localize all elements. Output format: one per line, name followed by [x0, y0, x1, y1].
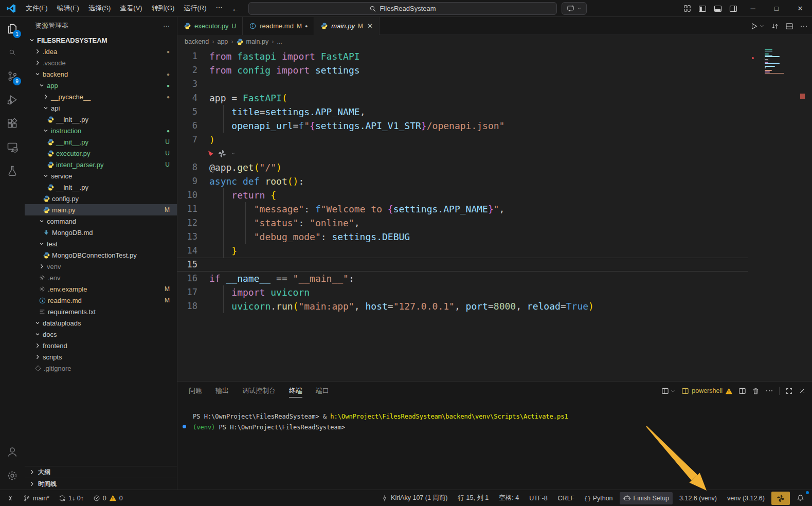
inline-chat-widget[interactable]	[177, 147, 812, 160]
status-venv-indicator[interactable]: venv (3.12.6)	[724, 492, 768, 504]
menu-item-5[interactable]: 运行(R)	[179, 2, 211, 15]
tree-file-__init__.py[interactable]: __init__.py	[25, 114, 177, 125]
line-number[interactable]: 10	[177, 188, 209, 202]
line-number[interactable]: 3	[177, 77, 209, 91]
split-editor-button[interactable]	[785, 22, 793, 30]
menu-item-2[interactable]: 选择(S)	[84, 2, 115, 15]
tree-file-__init__.py[interactable]: __init__.pyU	[25, 136, 177, 148]
code-line-14[interactable]: 14 }	[177, 244, 748, 258]
tree-folder-.vscode[interactable]: .vscode	[25, 57, 177, 68]
activity-item-account[interactable]	[0, 440, 25, 464]
back-button[interactable]: ←	[227, 4, 244, 13]
code-line-16[interactable]: 16if __name__ == "__main__":	[177, 272, 748, 285]
status-notifications[interactable]	[793, 492, 808, 504]
code-line-9[interactable]: 9async def root():	[177, 174, 748, 188]
line-number[interactable]: 13	[177, 230, 209, 244]
code-line-2[interactable]: 2from config import settings	[177, 63, 748, 77]
activity-item-source-control[interactable]: 9	[0, 64, 25, 88]
terminal-output[interactable]: PS H:\OwnProject\FilesReadSysteam> & h:\…	[193, 411, 568, 433]
tree-file-.gitignore[interactable]: .gitignore	[25, 363, 177, 374]
status-language-mode[interactable]: { }Python	[581, 492, 616, 504]
line-number[interactable]: 17	[177, 285, 209, 299]
tree-folder-api[interactable]: api	[25, 102, 177, 114]
close-button[interactable]: ✕	[788, 0, 812, 17]
tab-main.py[interactable]: main.pyM✕	[314, 17, 379, 35]
tree-file-MongoDBConnectionTest.py[interactable]: MongoDBConnectionTest.py	[25, 249, 177, 261]
tree-folder-docs[interactable]: docs	[25, 329, 177, 340]
tree-folder-__pycache__[interactable]: __pycache__●	[25, 91, 177, 102]
customize-layout-icon[interactable]	[679, 0, 695, 17]
tree-folder-test[interactable]: test	[25, 238, 177, 249]
line-number[interactable]: 18	[177, 299, 209, 313]
run-interactive-button[interactable]	[771, 22, 779, 30]
tree-folder-.idea[interactable]: .idea●	[25, 46, 177, 57]
panel-tab-终端[interactable]: 终端	[289, 386, 302, 397]
line-number[interactable]: 4	[177, 91, 209, 105]
activity-item-run-debug[interactable]	[0, 88, 25, 112]
code-line-7[interactable]: 7)	[177, 133, 748, 147]
tree-folder-command[interactable]: command	[25, 215, 177, 227]
tree-file-.env[interactable]: .env	[25, 272, 177, 283]
code-line-18[interactable]: 18 uvicorn.run("main:app", host="127.0.0…	[177, 299, 748, 313]
line-number[interactable]: 2	[177, 63, 209, 77]
panel-tab-问题[interactable]: 问题	[189, 386, 202, 395]
maximize-button[interactable]: □	[765, 0, 788, 17]
menu-item-4[interactable]: 转到(G)	[147, 2, 179, 15]
tree-file-__init__.py[interactable]: __init__.py	[25, 182, 177, 193]
menu-item-0[interactable]: 文件(F)	[21, 2, 52, 15]
menu-item-1[interactable]: 编辑(E)	[52, 2, 84, 15]
status-cursor-position[interactable]: 行 15, 列 1	[455, 492, 493, 504]
activity-item-extensions[interactable]	[0, 112, 25, 135]
code-line-3[interactable]: 3	[177, 77, 748, 91]
tree-file-MongoDB.md[interactable]: MongoDB.md	[25, 227, 177, 238]
menu-item-6[interactable]: ⋯	[211, 2, 227, 15]
line-number[interactable]: 16	[177, 272, 209, 285]
code-editor[interactable]: 1from fastapi import FastAPI2from config…	[177, 48, 812, 381]
status-remote-indicator[interactable]	[3, 492, 17, 504]
more-actions-button[interactable]	[800, 22, 808, 30]
tree-folder-service[interactable]: service	[25, 170, 177, 182]
line-number[interactable]: 8	[177, 160, 209, 174]
tree-folder-instruction[interactable]: instruction●	[25, 125, 177, 136]
outline-section[interactable]: 大纲	[25, 466, 177, 478]
activity-item-search[interactable]	[0, 41, 25, 64]
line-number[interactable]: 1	[177, 49, 209, 63]
code-line-15[interactable]: 15	[177, 258, 748, 272]
tree-file-main.py[interactable]: main.pyM	[25, 204, 177, 215]
tab-readme.md[interactable]: readme.mdM●	[243, 17, 314, 35]
code-line-13[interactable]: 13 "debug_mode": settings.DEBUG	[177, 230, 748, 244]
code-line-11[interactable]: 11 "message": f"Welcome to {settings.APP…	[177, 202, 748, 216]
breadcrumb-item-app[interactable]: app	[217, 38, 228, 45]
tree-folder-frontend[interactable]: frontend	[25, 340, 177, 351]
terminal-list-item-powershell[interactable]: powershell	[681, 387, 733, 395]
tab-close-icon[interactable]: ✕	[367, 22, 373, 30]
toggle-panel-icon[interactable]	[710, 0, 726, 17]
tree-folder-data\uploads[interactable]: data\uploads	[25, 317, 177, 329]
line-number[interactable]: 7	[177, 133, 209, 147]
status-indentation[interactable]: 空格: 4	[495, 492, 522, 504]
status-sync[interactable]: 1↓ 0↑	[55, 492, 87, 504]
activity-item-ai-extension[interactable]	[0, 183, 25, 206]
status-encoding[interactable]: UTF-8	[526, 492, 551, 504]
minimap[interactable]	[765, 49, 793, 74]
line-number[interactable]: 14	[177, 244, 209, 258]
activity-item-remote-explorer[interactable]	[0, 135, 25, 159]
line-number[interactable]: 9	[177, 174, 209, 188]
tree-file-executor.py[interactable]: executor.pyU	[25, 148, 177, 159]
tree-root-folder[interactable]: FILESREADSYSTEAM	[25, 34, 177, 46]
tree-folder-app[interactable]: app●	[25, 80, 177, 91]
tree-file-config.py[interactable]: config.py	[25, 193, 177, 204]
panel-tab-调试控制台[interactable]: 调试控制台	[242, 386, 276, 395]
search-input[interactable]: FilesReadSysteam	[248, 2, 557, 15]
code-line-1[interactable]: 1from fastapi import FastAPI	[177, 49, 748, 63]
close-panel-button[interactable]	[799, 387, 806, 394]
tree-file-.env.example[interactable]: .env.exampleM	[25, 283, 177, 295]
activity-item-testing[interactable]	[0, 159, 25, 183]
line-number[interactable]: 12	[177, 216, 209, 230]
more-actions-button[interactable]	[765, 387, 773, 395]
activity-item-explorer[interactable]: 1	[0, 17, 25, 41]
menu-item-3[interactable]: 查看(V)	[115, 2, 147, 15]
status-git-blame[interactable]: KiriAky 107 (1 周前)	[377, 492, 451, 504]
timeline-section[interactable]: 时间线	[25, 478, 177, 490]
toggle-sidebar-icon[interactable]	[695, 0, 710, 17]
